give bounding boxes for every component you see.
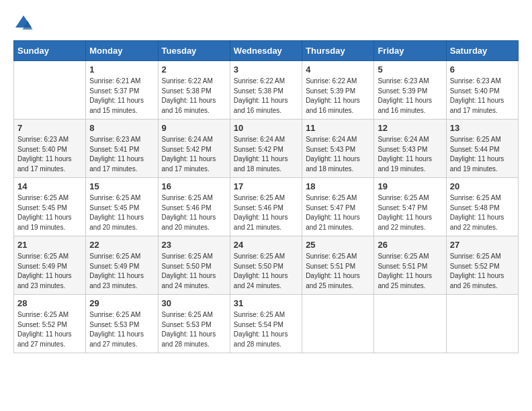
calendar-cell: 20Sunrise: 6:25 AM Sunset: 5:48 PM Dayli… [446, 178, 518, 236]
page-header [13, 13, 519, 34]
day-number: 9 [162, 123, 226, 133]
calendar-week-2: 7Sunrise: 6:23 AM Sunset: 5:40 PM Daylig… [14, 120, 519, 178]
calendar-cell: 15Sunrise: 6:25 AM Sunset: 5:45 PM Dayli… [86, 178, 158, 236]
day-detail: Sunrise: 6:25 AM Sunset: 5:50 PM Dayligh… [234, 252, 298, 291]
day-number: 2 [162, 64, 226, 75]
day-number: 26 [378, 240, 442, 250]
calendar-cell: 7Sunrise: 6:23 AM Sunset: 5:40 PM Daylig… [14, 120, 86, 178]
day-number: 15 [89, 181, 154, 191]
calendar-cell: 2Sunrise: 6:22 AM Sunset: 5:38 PM Daylig… [158, 61, 230, 120]
calendar-cell: 31Sunrise: 6:25 AM Sunset: 5:54 PM Dayli… [230, 295, 302, 353]
calendar-table: SundayMondayTuesdayWednesdayThursdayFrid… [13, 40, 519, 353]
day-detail: Sunrise: 6:25 AM Sunset: 5:52 PM Dayligh… [450, 252, 515, 291]
col-header-tuesday: Tuesday [158, 41, 230, 61]
day-detail: Sunrise: 6:21 AM Sunset: 5:37 PM Dayligh… [89, 77, 154, 116]
day-detail: Sunrise: 6:25 AM Sunset: 5:53 PM Dayligh… [89, 310, 154, 349]
day-number: 12 [378, 123, 442, 133]
logo-icon [13, 13, 34, 34]
calendar-cell: 16Sunrise: 6:25 AM Sunset: 5:46 PM Dayli… [158, 178, 230, 236]
day-number: 1 [89, 64, 154, 75]
day-number: 10 [234, 123, 298, 133]
day-number: 20 [450, 181, 515, 191]
calendar-cell [14, 61, 86, 120]
calendar-cell: 25Sunrise: 6:25 AM Sunset: 5:51 PM Dayli… [302, 236, 374, 295]
day-detail: Sunrise: 6:24 AM Sunset: 5:43 PM Dayligh… [378, 135, 442, 174]
calendar-cell: 19Sunrise: 6:25 AM Sunset: 5:47 PM Dayli… [374, 178, 446, 236]
calendar-cell: 27Sunrise: 6:25 AM Sunset: 5:52 PM Dayli… [446, 236, 518, 295]
calendar-cell: 23Sunrise: 6:25 AM Sunset: 5:50 PM Dayli… [158, 236, 230, 295]
day-number: 19 [378, 181, 442, 191]
day-number: 6 [450, 64, 515, 75]
day-detail: Sunrise: 6:24 AM Sunset: 5:42 PM Dayligh… [234, 135, 298, 174]
calendar-cell: 12Sunrise: 6:24 AM Sunset: 5:43 PM Dayli… [374, 120, 446, 178]
day-detail: Sunrise: 6:25 AM Sunset: 5:45 PM Dayligh… [89, 193, 154, 232]
calendar-cell [374, 295, 446, 353]
day-detail: Sunrise: 6:25 AM Sunset: 5:48 PM Dayligh… [450, 193, 515, 232]
day-detail: Sunrise: 6:25 AM Sunset: 5:46 PM Dayligh… [234, 193, 298, 232]
day-number: 11 [306, 123, 370, 133]
day-detail: Sunrise: 6:23 AM Sunset: 5:40 PM Dayligh… [17, 135, 82, 174]
day-number: 29 [89, 298, 154, 308]
day-number: 22 [89, 240, 154, 250]
day-detail: Sunrise: 6:25 AM Sunset: 5:47 PM Dayligh… [306, 193, 370, 232]
calendar-cell: 24Sunrise: 6:25 AM Sunset: 5:50 PM Dayli… [230, 236, 302, 295]
calendar-cell: 14Sunrise: 6:25 AM Sunset: 5:45 PM Dayli… [14, 178, 86, 236]
calendar-cell: 13Sunrise: 6:25 AM Sunset: 5:44 PM Dayli… [446, 120, 518, 178]
calendar-week-5: 28Sunrise: 6:25 AM Sunset: 5:52 PM Dayli… [14, 295, 519, 353]
day-detail: Sunrise: 6:25 AM Sunset: 5:47 PM Dayligh… [378, 193, 442, 232]
calendar-cell: 17Sunrise: 6:25 AM Sunset: 5:46 PM Dayli… [230, 178, 302, 236]
day-number: 23 [162, 240, 226, 250]
calendar-week-1: 1Sunrise: 6:21 AM Sunset: 5:37 PM Daylig… [14, 61, 519, 120]
day-detail: Sunrise: 6:25 AM Sunset: 5:52 PM Dayligh… [17, 310, 82, 349]
day-detail: Sunrise: 6:22 AM Sunset: 5:38 PM Dayligh… [162, 77, 226, 116]
day-number: 5 [378, 64, 442, 75]
day-number: 3 [234, 64, 298, 75]
day-detail: Sunrise: 6:25 AM Sunset: 5:51 PM Dayligh… [378, 252, 442, 291]
day-number: 31 [234, 298, 298, 308]
day-detail: Sunrise: 6:25 AM Sunset: 5:44 PM Dayligh… [450, 135, 515, 174]
calendar-cell: 11Sunrise: 6:24 AM Sunset: 5:43 PM Dayli… [302, 120, 374, 178]
day-number: 13 [450, 123, 515, 133]
day-detail: Sunrise: 6:25 AM Sunset: 5:49 PM Dayligh… [17, 252, 82, 291]
day-detail: Sunrise: 6:24 AM Sunset: 5:43 PM Dayligh… [306, 135, 370, 174]
calendar-cell: 9Sunrise: 6:24 AM Sunset: 5:42 PM Daylig… [158, 120, 230, 178]
day-detail: Sunrise: 6:23 AM Sunset: 5:41 PM Dayligh… [89, 135, 154, 174]
calendar-cell: 4Sunrise: 6:22 AM Sunset: 5:39 PM Daylig… [302, 61, 374, 120]
col-header-wednesday: Wednesday [230, 41, 302, 61]
calendar-cell: 10Sunrise: 6:24 AM Sunset: 5:42 PM Dayli… [230, 120, 302, 178]
day-number: 4 [306, 64, 370, 75]
day-detail: Sunrise: 6:22 AM Sunset: 5:38 PM Dayligh… [234, 77, 298, 116]
calendar-cell: 29Sunrise: 6:25 AM Sunset: 5:53 PM Dayli… [86, 295, 158, 353]
day-number: 28 [17, 298, 82, 308]
day-number: 18 [306, 181, 370, 191]
day-detail: Sunrise: 6:25 AM Sunset: 5:51 PM Dayligh… [306, 252, 370, 291]
calendar-cell: 1Sunrise: 6:21 AM Sunset: 5:37 PM Daylig… [86, 61, 158, 120]
day-detail: Sunrise: 6:22 AM Sunset: 5:39 PM Dayligh… [306, 77, 370, 116]
calendar-cell [302, 295, 374, 353]
day-number: 25 [306, 240, 370, 250]
col-header-friday: Friday [374, 41, 446, 61]
calendar-cell: 30Sunrise: 6:25 AM Sunset: 5:53 PM Dayli… [158, 295, 230, 353]
calendar-cell: 8Sunrise: 6:23 AM Sunset: 5:41 PM Daylig… [86, 120, 158, 178]
calendar-cell: 22Sunrise: 6:25 AM Sunset: 5:49 PM Dayli… [86, 236, 158, 295]
calendar-cell: 28Sunrise: 6:25 AM Sunset: 5:52 PM Dayli… [14, 295, 86, 353]
day-number: 27 [450, 240, 515, 250]
day-number: 14 [17, 181, 82, 191]
calendar-week-3: 14Sunrise: 6:25 AM Sunset: 5:45 PM Dayli… [14, 178, 519, 236]
day-detail: Sunrise: 6:25 AM Sunset: 5:53 PM Dayligh… [162, 310, 226, 349]
calendar-cell: 6Sunrise: 6:23 AM Sunset: 5:40 PM Daylig… [446, 61, 518, 120]
day-number: 17 [234, 181, 298, 191]
day-detail: Sunrise: 6:25 AM Sunset: 5:46 PM Dayligh… [162, 193, 226, 232]
calendar-cell: 3Sunrise: 6:22 AM Sunset: 5:38 PM Daylig… [230, 61, 302, 120]
day-detail: Sunrise: 6:25 AM Sunset: 5:49 PM Dayligh… [89, 252, 154, 291]
col-header-monday: Monday [86, 41, 158, 61]
col-header-thursday: Thursday [302, 41, 374, 61]
col-header-saturday: Saturday [446, 41, 518, 61]
day-detail: Sunrise: 6:25 AM Sunset: 5:54 PM Dayligh… [234, 310, 298, 349]
day-detail: Sunrise: 6:23 AM Sunset: 5:40 PM Dayligh… [450, 77, 515, 116]
day-number: 7 [17, 123, 82, 133]
day-detail: Sunrise: 6:25 AM Sunset: 5:45 PM Dayligh… [17, 193, 82, 232]
col-header-sunday: Sunday [14, 41, 86, 61]
calendar-week-4: 21Sunrise: 6:25 AM Sunset: 5:49 PM Dayli… [14, 236, 519, 295]
day-number: 30 [162, 298, 226, 308]
